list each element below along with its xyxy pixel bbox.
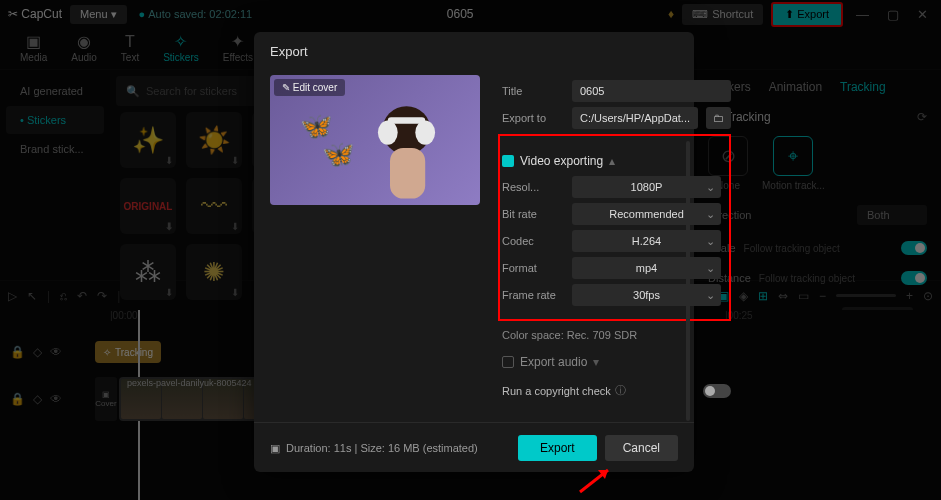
export-modal: Export ✎ Edit cover 🦋 🦋 Title0605 Export…: [254, 32, 694, 472]
copyright-toggle[interactable]: [703, 384, 731, 398]
export-preview: ✎ Edit cover 🦋 🦋: [270, 75, 480, 205]
svg-point-3: [415, 121, 435, 145]
modal-title: Export: [254, 32, 694, 71]
exportto-input[interactable]: C:/Users/HP/AppDat...: [572, 107, 698, 129]
cancel-button[interactable]: Cancel: [605, 435, 678, 461]
video-export-checkbox[interactable]: [502, 155, 514, 167]
colorspace-text: Color space: Rec. 709 SDR: [502, 329, 731, 341]
audio-export-checkbox[interactable]: [502, 356, 514, 368]
svg-rect-1: [390, 148, 425, 199]
duration-size-text: ▣ Duration: 11s | Size: 16 MB (estimated…: [270, 442, 478, 455]
resolution-select[interactable]: 1080P: [572, 176, 721, 198]
bitrate-select[interactable]: Recommended: [572, 203, 721, 225]
svg-rect-4: [388, 117, 425, 124]
format-select[interactable]: mp4: [572, 257, 721, 279]
folder-icon[interactable]: 🗀: [706, 107, 731, 129]
codec-select[interactable]: H.264: [572, 230, 721, 252]
info-icon[interactable]: ⓘ: [615, 383, 626, 398]
export-confirm-button[interactable]: Export: [518, 435, 597, 461]
framerate-select[interactable]: 30fps: [572, 284, 721, 306]
title-input[interactable]: 0605: [572, 80, 731, 102]
svg-point-2: [378, 121, 398, 145]
edit-cover-button[interactable]: ✎ Edit cover: [274, 79, 345, 96]
